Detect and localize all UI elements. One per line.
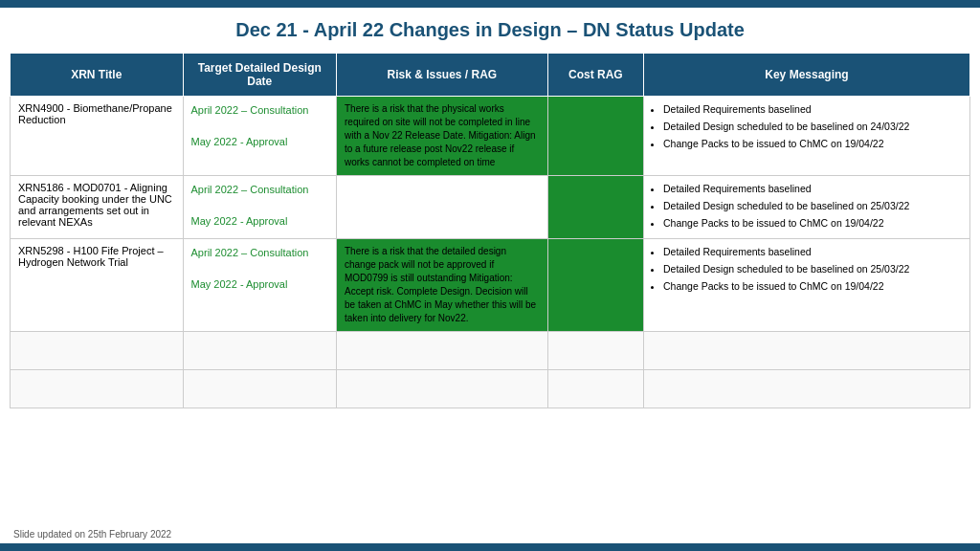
footer-text: Slide updated on 25th February 2022 <box>13 529 171 540</box>
empty-cell <box>547 370 643 408</box>
cost-rag-cell <box>547 176 643 239</box>
table-row: XRN5186 - MOD0701 - Aligning Capacity bo… <box>11 176 970 239</box>
key-messaging-item: Detailed Requirements baselined <box>663 102 962 118</box>
key-messaging-item: Detailed Requirements baselined <box>663 245 962 260</box>
empty-cell <box>183 370 336 408</box>
key-messaging-item: Change Packs to be issued to ChMC on 19/… <box>663 137 962 152</box>
header-xrn: XRN Title <box>11 54 184 97</box>
empty-cell <box>643 332 969 370</box>
xrn-title-cell: XRN5298 - H100 Fife Project – Hydrogen N… <box>11 239 184 332</box>
status-table: XRN Title Target Detailed Design Date Ri… <box>10 53 970 408</box>
empty-table-row <box>11 332 970 370</box>
key-messaging-item: Detailed Design scheduled to be baseline… <box>663 262 962 277</box>
empty-cell <box>337 332 548 370</box>
key-messaging-item: Detailed Design scheduled to be baseline… <box>663 199 962 214</box>
empty-table-row <box>11 370 970 408</box>
key-messaging-item: Detailed Design scheduled to be baseline… <box>663 120 962 135</box>
target-date-cell: April 2022 – ConsultationMay 2022 - Appr… <box>183 176 336 239</box>
target-date-cell: April 2022 – ConsultationMay 2022 - Appr… <box>183 97 336 176</box>
bottom-bar <box>0 543 980 551</box>
empty-cell <box>11 332 184 370</box>
empty-cell <box>183 332 336 370</box>
top-bar <box>0 0 980 8</box>
key-messaging-item: Change Packs to be issued to ChMC on 19/… <box>663 279 962 295</box>
table-row: XRN4900 - Biomethane/Propane ReductionAp… <box>11 97 970 176</box>
empty-cell <box>643 370 969 408</box>
table-row: XRN5298 - H100 Fife Project – Hydrogen N… <box>11 239 970 332</box>
cost-rag-cell <box>547 97 643 176</box>
key-messaging-item: Change Packs to be issued to ChMC on 19/… <box>663 216 962 231</box>
risk-cell <box>337 176 548 239</box>
empty-cell <box>547 332 643 370</box>
cost-rag-cell <box>547 239 643 332</box>
risk-cell: There is a risk that the physical works … <box>337 97 548 176</box>
key-messaging-cell: Detailed Requirements baselinedDetailed … <box>643 97 969 176</box>
header-risk: Risk & Issues / RAG <box>337 54 548 97</box>
xrn-title-cell: XRN4900 - Biomethane/Propane Reduction <box>11 97 184 176</box>
empty-cell <box>337 370 548 408</box>
key-messaging-cell: Detailed Requirements baselinedDetailed … <box>643 176 969 239</box>
header-key: Key Messaging <box>643 54 969 97</box>
empty-cell <box>11 370 184 408</box>
header-cost: Cost RAG <box>547 54 643 97</box>
target-date-cell: April 2022 – ConsultationMay 2022 - Appr… <box>183 239 336 332</box>
header-target: Target Detailed Design Date <box>183 54 336 97</box>
main-table-container: XRN Title Target Detailed Design Date Ri… <box>0 53 980 408</box>
page-title: Dec 21 - April 22 Changes in Design – DN… <box>0 8 980 49</box>
key-messaging-item: Detailed Requirements baselined <box>663 182 962 197</box>
key-messaging-cell: Detailed Requirements baselinedDetailed … <box>643 239 969 332</box>
xrn-title-cell: XRN5186 - MOD0701 - Aligning Capacity bo… <box>11 176 184 239</box>
risk-cell: There is a risk that the detailed design… <box>337 239 548 332</box>
